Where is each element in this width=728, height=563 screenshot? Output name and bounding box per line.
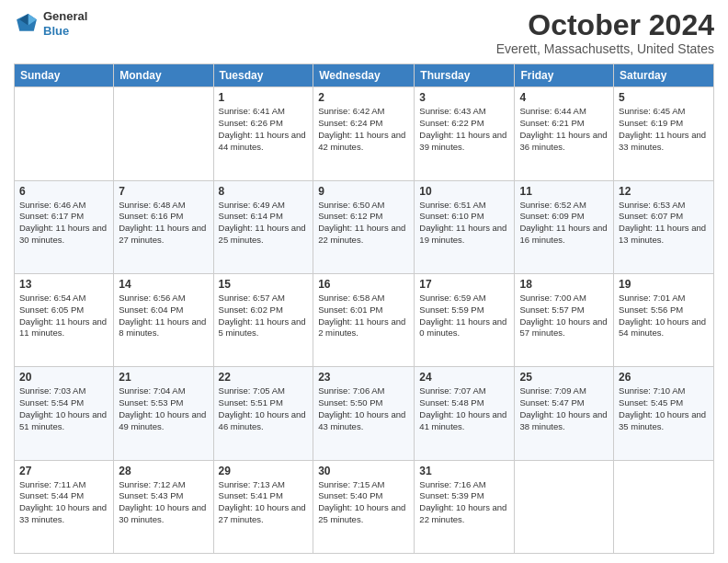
day-info: Sunrise: 7:01 AM Sunset: 5:56 PM Dayligh… [619, 293, 709, 339]
header: General Blue October 2024 Everett, Massa… [14, 9, 714, 56]
day-number: 11 [519, 185, 609, 198]
day-number: 6 [19, 185, 108, 198]
logo: General Blue [14, 9, 87, 38]
day-cell: 16Sunrise: 6:58 AM Sunset: 6:01 PM Dayli… [313, 273, 415, 366]
day-cell: 24Sunrise: 7:07 AM Sunset: 5:48 PM Dayli… [415, 367, 515, 460]
day-cell: 11Sunrise: 6:52 AM Sunset: 6:09 PM Dayli… [515, 180, 614, 273]
day-info: Sunrise: 6:41 AM Sunset: 6:26 PM Dayligh… [219, 106, 309, 153]
day-info: Sunrise: 6:58 AM Sunset: 6:01 PM Dayligh… [318, 293, 409, 339]
day-cell [614, 460, 714, 553]
day-info: Sunrise: 7:16 AM Sunset: 5:39 PM Dayligh… [419, 479, 509, 526]
day-info: Sunrise: 7:07 AM Sunset: 5:48 PM Dayligh… [419, 385, 509, 432]
day-info: Sunrise: 6:42 AM Sunset: 6:24 PM Dayligh… [318, 106, 409, 153]
day-cell: 21Sunrise: 7:04 AM Sunset: 5:53 PM Dayli… [114, 367, 213, 460]
day-info: Sunrise: 7:00 AM Sunset: 5:57 PM Dayligh… [519, 293, 609, 339]
day-cell: 12Sunrise: 6:53 AM Sunset: 6:07 PM Dayli… [614, 180, 714, 273]
week-row-1: 1Sunrise: 6:41 AM Sunset: 6:26 PM Daylig… [15, 87, 714, 180]
day-cell: 27Sunrise: 7:11 AM Sunset: 5:44 PM Dayli… [15, 460, 114, 553]
day-cell [515, 460, 614, 553]
logo-general: General [43, 9, 87, 23]
day-info: Sunrise: 6:53 AM Sunset: 6:07 PM Dayligh… [619, 200, 709, 247]
day-cell: 3Sunrise: 6:43 AM Sunset: 6:22 PM Daylig… [415, 87, 515, 180]
calendar-table: SundayMondayTuesdayWednesdayThursdayFrid… [14, 63, 714, 554]
day-cell: 9Sunrise: 6:50 AM Sunset: 6:12 PM Daylig… [313, 180, 415, 273]
week-row-2: 6Sunrise: 6:46 AM Sunset: 6:17 PM Daylig… [15, 180, 714, 273]
day-header-thursday: Thursday [415, 64, 515, 87]
day-number: 20 [19, 371, 108, 384]
day-number: 22 [219, 371, 309, 384]
day-cell: 2Sunrise: 6:42 AM Sunset: 6:24 PM Daylig… [313, 87, 415, 180]
day-cell: 31Sunrise: 7:16 AM Sunset: 5:39 PM Dayli… [415, 460, 515, 553]
day-cell: 19Sunrise: 7:01 AM Sunset: 5:56 PM Dayli… [614, 273, 714, 366]
day-number: 29 [219, 465, 309, 477]
day-cell: 17Sunrise: 6:59 AM Sunset: 5:59 PM Dayli… [415, 273, 515, 366]
day-cell: 25Sunrise: 7:09 AM Sunset: 5:47 PM Dayli… [515, 367, 614, 460]
day-info: Sunrise: 6:49 AM Sunset: 6:14 PM Dayligh… [219, 200, 309, 247]
day-number: 10 [419, 185, 509, 198]
day-number: 16 [318, 278, 409, 291]
day-number: 19 [619, 278, 709, 291]
day-number: 1 [219, 91, 309, 104]
logo-icon [14, 11, 40, 37]
day-cell: 6Sunrise: 6:46 AM Sunset: 6:17 PM Daylig… [15, 180, 114, 273]
day-cell: 8Sunrise: 6:49 AM Sunset: 6:14 PM Daylig… [213, 180, 313, 273]
day-number: 17 [419, 278, 509, 291]
day-cell: 15Sunrise: 6:57 AM Sunset: 6:02 PM Dayli… [213, 273, 313, 366]
day-cell: 14Sunrise: 6:56 AM Sunset: 6:04 PM Dayli… [114, 273, 213, 366]
day-info: Sunrise: 6:59 AM Sunset: 5:59 PM Dayligh… [419, 293, 509, 339]
day-info: Sunrise: 6:56 AM Sunset: 6:04 PM Dayligh… [119, 293, 208, 339]
day-info: Sunrise: 7:09 AM Sunset: 5:47 PM Dayligh… [519, 385, 609, 432]
day-info: Sunrise: 7:11 AM Sunset: 5:44 PM Dayligh… [19, 479, 108, 526]
day-header-saturday: Saturday [614, 64, 714, 87]
day-header-monday: Monday [114, 64, 213, 87]
day-number: 8 [219, 185, 309, 198]
day-cell: 23Sunrise: 7:06 AM Sunset: 5:50 PM Dayli… [313, 367, 415, 460]
page: General Blue October 2024 Everett, Massa… [0, 0, 728, 563]
calendar-header: SundayMondayTuesdayWednesdayThursdayFrid… [15, 64, 714, 87]
day-number: 27 [19, 465, 108, 477]
day-info: Sunrise: 7:04 AM Sunset: 5:53 PM Dayligh… [119, 385, 208, 432]
day-info: Sunrise: 6:54 AM Sunset: 6:05 PM Dayligh… [19, 293, 108, 339]
week-row-3: 13Sunrise: 6:54 AM Sunset: 6:05 PM Dayli… [15, 273, 714, 366]
header-row: SundayMondayTuesdayWednesdayThursdayFrid… [15, 64, 714, 87]
day-number: 24 [419, 371, 509, 384]
day-number: 5 [619, 91, 709, 104]
day-cell: 26Sunrise: 7:10 AM Sunset: 5:45 PM Dayli… [614, 367, 714, 460]
day-header-wednesday: Wednesday [313, 64, 415, 87]
day-number: 15 [219, 278, 309, 291]
day-number: 30 [318, 465, 409, 477]
day-number: 13 [19, 278, 108, 291]
day-number: 25 [519, 371, 609, 384]
day-info: Sunrise: 6:51 AM Sunset: 6:10 PM Dayligh… [419, 200, 509, 247]
week-row-5: 27Sunrise: 7:11 AM Sunset: 5:44 PM Dayli… [15, 460, 714, 553]
day-info: Sunrise: 6:57 AM Sunset: 6:02 PM Dayligh… [219, 293, 309, 339]
day-number: 26 [619, 371, 709, 384]
day-number: 2 [318, 91, 409, 104]
day-header-tuesday: Tuesday [213, 64, 313, 87]
day-cell [15, 87, 114, 180]
day-cell: 4Sunrise: 6:44 AM Sunset: 6:21 PM Daylig… [515, 87, 614, 180]
calendar-subtitle: Everett, Massachusetts, United States [496, 41, 714, 56]
day-info: Sunrise: 6:46 AM Sunset: 6:17 PM Dayligh… [19, 200, 108, 247]
day-cell: 7Sunrise: 6:48 AM Sunset: 6:16 PM Daylig… [114, 180, 213, 273]
day-header-sunday: Sunday [15, 64, 114, 87]
week-row-4: 20Sunrise: 7:03 AM Sunset: 5:54 PM Dayli… [15, 367, 714, 460]
day-info: Sunrise: 7:12 AM Sunset: 5:43 PM Dayligh… [119, 479, 208, 526]
day-cell: 22Sunrise: 7:05 AM Sunset: 5:51 PM Dayli… [213, 367, 313, 460]
day-info: Sunrise: 7:05 AM Sunset: 5:51 PM Dayligh… [219, 385, 309, 432]
day-info: Sunrise: 6:52 AM Sunset: 6:09 PM Dayligh… [519, 200, 609, 247]
logo-text: General Blue [43, 9, 87, 38]
logo-blue: Blue [43, 24, 69, 38]
day-number: 31 [419, 465, 509, 477]
day-cell: 13Sunrise: 6:54 AM Sunset: 6:05 PM Dayli… [15, 273, 114, 366]
day-info: Sunrise: 7:03 AM Sunset: 5:54 PM Dayligh… [19, 385, 108, 432]
day-info: Sunrise: 6:44 AM Sunset: 6:21 PM Dayligh… [519, 106, 609, 153]
day-cell: 18Sunrise: 7:00 AM Sunset: 5:57 PM Dayli… [515, 273, 614, 366]
day-info: Sunrise: 6:43 AM Sunset: 6:22 PM Dayligh… [419, 106, 509, 153]
day-number: 18 [519, 278, 609, 291]
day-cell: 28Sunrise: 7:12 AM Sunset: 5:43 PM Dayli… [114, 460, 213, 553]
day-number: 7 [119, 185, 208, 198]
day-number: 28 [119, 465, 208, 477]
title-block: October 2024 Everett, Massachusetts, Uni… [496, 9, 714, 56]
day-cell: 20Sunrise: 7:03 AM Sunset: 5:54 PM Dayli… [15, 367, 114, 460]
